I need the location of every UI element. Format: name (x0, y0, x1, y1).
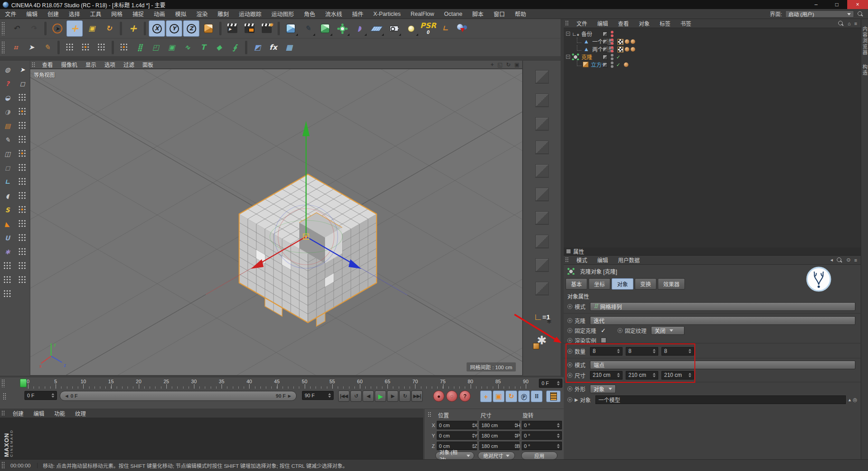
render-instance-checkbox[interactable] (601, 338, 606, 343)
cloner-cube-object[interactable] (30, 69, 523, 376)
layer-box[interactable] (603, 32, 608, 37)
object-mode-icon[interactable]: ◻ (1, 161, 14, 174)
separator[interactable] (120, 22, 122, 35)
om-menu-item[interactable]: 对象 (634, 19, 655, 27)
play-button[interactable]: ▶ (375, 390, 386, 402)
mode-grid-icon[interactable] (16, 217, 29, 230)
anim-circle-icon[interactable] (567, 328, 572, 333)
size-field[interactable]: 180 cm (479, 442, 519, 450)
position-field[interactable]: 0 cm (437, 431, 477, 440)
menu-item[interactable]: 网格 (106, 10, 127, 18)
timeline-playhead[interactable] (20, 379, 27, 387)
model-mode-icon[interactable]: ◫ (1, 147, 14, 160)
add-spline-button[interactable]: ✎ (300, 20, 316, 37)
visibility-dots[interactable] (611, 62, 613, 68)
om-grip[interactable] (565, 20, 569, 26)
enabled-check-icon[interactable]: ✓ (616, 62, 623, 68)
add-generator-button[interactable] (334, 20, 350, 37)
palette-slot-icon[interactable] (530, 113, 554, 135)
view-pan-icon[interactable]: + (491, 62, 494, 68)
separator[interactable] (219, 22, 222, 35)
menu-item[interactable]: 渲染 (191, 10, 212, 18)
menu-item[interactable]: 工具 (85, 10, 106, 18)
brick-tool-icon[interactable]: ▤ (1, 119, 14, 132)
reset-psr-button[interactable]: PSR 0 (420, 20, 436, 37)
close-button[interactable]: × (847, 0, 868, 9)
menu-item[interactable]: 运动图形 (266, 10, 299, 18)
end-frame-field[interactable]: 90 F (302, 391, 334, 400)
object-settings-gear-icon[interactable]: ✱ (530, 329, 554, 351)
falloff-graph-icon[interactable]: ▦ (282, 40, 297, 55)
am-menu-item[interactable]: 模式 (571, 256, 592, 264)
key-scale-toggle[interactable]: ▣ (493, 390, 505, 402)
anim-circle-icon[interactable] (567, 362, 572, 367)
tag-dot-icon[interactable] (625, 39, 629, 44)
mode2-dropdown[interactable]: 端点 (590, 361, 855, 369)
rotation-field[interactable]: 0 ° (522, 421, 562, 429)
side-tab[interactable]: 内容浏览器 (861, 26, 868, 56)
palette-slot-icon[interactable] (530, 184, 554, 205)
menu-item[interactable]: X-Particles (368, 11, 406, 17)
visibility-dots[interactable] (611, 46, 613, 52)
rotation-field[interactable]: 0 ° (522, 442, 562, 450)
mm-menu-item[interactable]: 创建 (8, 409, 28, 417)
am-list-icon[interactable]: ≡ (854, 257, 857, 263)
timeline-grip[interactable] (1, 379, 5, 387)
tag-dot-icon[interactable] (624, 62, 628, 67)
help-icon[interactable]: ? (1, 77, 14, 90)
key-position-toggle[interactable]: + (480, 390, 492, 402)
mode-grid-icon[interactable] (16, 161, 29, 174)
next-frame-button[interactable]: ▶ (387, 390, 398, 402)
menu-item[interactable]: 创建 (42, 10, 64, 18)
count-field[interactable]: 8 (626, 347, 658, 356)
visibility-dots[interactable] (611, 38, 613, 45)
menu-item[interactable]: Octane (439, 11, 467, 17)
count-field[interactable]: 8 (590, 347, 623, 356)
selection-filter-icon[interactable]: ⠶ (8, 40, 23, 55)
anim-circle-icon[interactable] (567, 373, 572, 378)
size-field[interactable]: 210 cm (661, 371, 694, 380)
mode-dropdown[interactable]: ⠿网格排列 (590, 302, 855, 311)
expander[interactable]: − (566, 32, 570, 36)
palette-slot-icon[interactable] (530, 66, 554, 88)
layer-box[interactable] (603, 55, 608, 60)
search-icon[interactable] (857, 11, 863, 17)
viewport-menu-item[interactable]: 显示 (81, 61, 100, 68)
viewport-menu-item[interactable]: 选项 (100, 61, 119, 68)
add-primitive-cube-button[interactable] (283, 20, 299, 37)
texture-mode-icon[interactable]: ◒ (1, 91, 14, 104)
minimize-button[interactable]: – (806, 0, 826, 9)
palette-slot-icon[interactable] (530, 160, 554, 182)
menu-item[interactable]: 文件 (0, 10, 21, 18)
anim-circle-icon[interactable] (618, 328, 623, 333)
keyframe-help-button[interactable]: ? (459, 390, 471, 402)
mm-menu-item[interactable]: 纹理 (70, 409, 91, 417)
viewport-menu-item[interactable]: 查看 (38, 61, 57, 68)
mode-grid-icon[interactable] (16, 231, 29, 244)
palette-slot-icon[interactable] (530, 278, 554, 300)
menu-item[interactable]: 帮助 (510, 10, 531, 18)
point-select-icon[interactable]: ➤ (24, 40, 39, 55)
mograph-tracer-button[interactable]: ∿ (180, 40, 195, 55)
dock-grid-icon[interactable] (1, 259, 14, 272)
om-menu-item[interactable]: 文件 (571, 19, 592, 27)
mograph-instance-button[interactable]: ▣ (164, 40, 179, 55)
poly-pen-icon[interactable]: ✎ (1, 133, 14, 146)
layer-box[interactable] (603, 39, 608, 44)
object-row[interactable]: ▲ 两个模型 (564, 45, 861, 53)
view-toggle-icon[interactable]: ▣ (514, 62, 519, 68)
effector-fx-button[interactable]: fx (266, 40, 281, 55)
size-field[interactable]: 180 cm (479, 421, 519, 429)
plugin-drop-to-floor-button[interactable] (454, 20, 471, 37)
rect-select-icon[interactable]: ◻ (16, 77, 29, 90)
current-frame-field[interactable]: 0 F (24, 391, 57, 400)
timeline-window-button[interactable] (546, 390, 561, 402)
timeline-ruler[interactable]: 051015202530354045505560657075808590 0 F (0, 377, 564, 389)
size-mode-dropdown[interactable]: 绝对尺寸 (478, 452, 515, 460)
add-camera-button[interactable] (386, 20, 402, 37)
am-menu-item[interactable]: 编辑 (592, 256, 613, 264)
menu-item[interactable]: 运动跟踪 (234, 10, 266, 18)
step-pattern-icon[interactable] (62, 40, 77, 55)
am-grip[interactable] (565, 257, 569, 263)
am-menu-item[interactable]: 用户数据 (613, 256, 645, 264)
